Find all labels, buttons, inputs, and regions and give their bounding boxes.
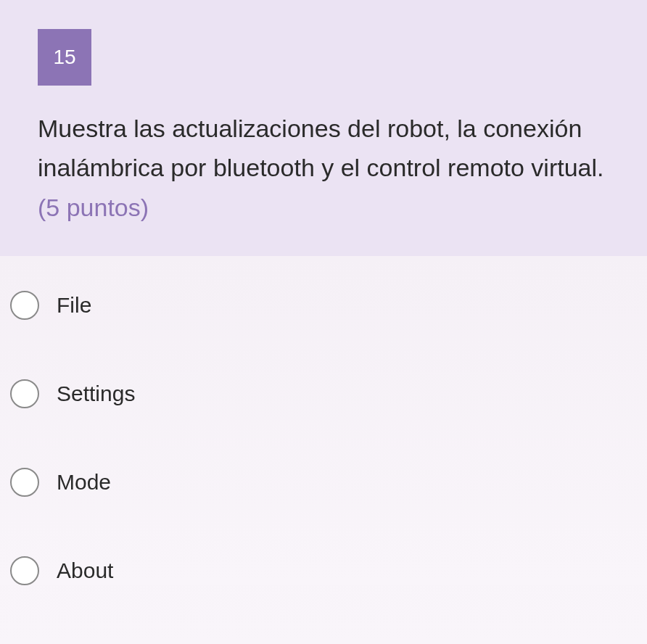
option-mode[interactable]: Mode [10, 468, 637, 497]
option-label: Mode [57, 470, 111, 495]
option-settings[interactable]: Settings [10, 379, 637, 408]
option-file[interactable]: File [10, 291, 637, 320]
question-text-container: Muestra las actualizaciones del robot, l… [38, 109, 609, 227]
option-label: About [57, 558, 113, 583]
options-container: File Settings Mode About [0, 256, 647, 585]
radio-icon[interactable] [10, 379, 39, 408]
question-text: Muestra las actualizaciones del robot, l… [38, 115, 604, 181]
option-label: File [57, 293, 91, 318]
question-points: (5 puntos) [38, 194, 149, 221]
radio-icon[interactable] [10, 468, 39, 497]
question-number: 15 [53, 46, 75, 69]
radio-icon[interactable] [10, 291, 39, 320]
option-about[interactable]: About [10, 556, 637, 585]
option-label: Settings [57, 381, 135, 406]
radio-icon[interactable] [10, 556, 39, 585]
question-header: 15 Muestra las actualizaciones del robot… [0, 0, 647, 256]
question-number-badge: 15 [38, 29, 91, 86]
